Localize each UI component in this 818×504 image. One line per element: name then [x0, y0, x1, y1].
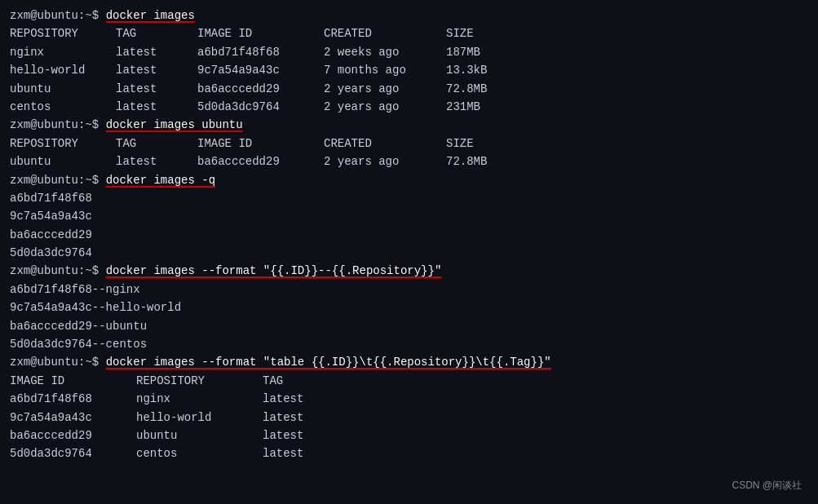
- prompt-5: zxm@ubuntu:~$: [10, 353, 106, 371]
- plain-output: 9c7a54a9a43c--hello-world: [10, 298, 808, 316]
- header-row-2: REPOSITORYTAGIMAGE IDCREATEDSIZE: [10, 135, 808, 153]
- cmd-5: docker images --format "table {{.ID}}\t{…: [106, 353, 551, 371]
- plain-output: a6bd71f48f68--nginx: [10, 281, 808, 298]
- col-size: SIZE: [446, 135, 474, 153]
- plain-output: 9c7a54a9a43c: [10, 207, 808, 225]
- command-line-5: zxm@ubuntu:~$ docker images --format "ta…: [10, 353, 808, 371]
- command-line-1: zxm@ubuntu:~$ docker images: [10, 7, 808, 24]
- command-line-4: zxm@ubuntu:~$ docker images --format "{{…: [10, 262, 808, 280]
- table-row: ubuntulatestba6acccedd292 years ago72.8M…: [10, 153, 808, 170]
- col-tag: TAG: [116, 24, 197, 42]
- prompt-1: zxm@ubuntu:~$: [10, 7, 106, 24]
- table-row: hello-worldlatest9c7a54a9a43c7 months ag…: [10, 61, 808, 79]
- plain-output: 5d0da3dc9764: [10, 244, 808, 262]
- plain-output: a6bd71f48f68: [10, 189, 808, 207]
- plain-output: 5d0da3dc9764--centos: [10, 335, 808, 353]
- table-row: 9c7a54a9a43chello-worldlatest: [10, 409, 808, 427]
- col-tag: TAG: [116, 135, 197, 153]
- command-line-3: zxm@ubuntu:~$ docker images -q: [10, 171, 808, 189]
- header-row-3: IMAGE IDREPOSITORYTAG: [10, 372, 808, 390]
- table-row: nginxlatesta6bd71f48f682 weeks ago187MB: [10, 43, 808, 61]
- cmd-3: docker images -q: [106, 171, 215, 189]
- col-repository: REPOSITORY: [10, 135, 116, 153]
- cmd-2: docker images ubuntu: [106, 116, 243, 134]
- col-created: CREATED: [324, 135, 446, 153]
- table-row: centoslatest5d0da3dc97642 years ago231MB: [10, 98, 808, 116]
- table-row: ubuntulatestba6acccedd292 years ago72.8M…: [10, 80, 808, 98]
- col-created: CREATED: [324, 24, 446, 42]
- col-image-id: IMAGE ID: [197, 24, 324, 42]
- col-image-id: IMAGE ID: [197, 135, 324, 153]
- prompt-4: zxm@ubuntu:~$: [10, 262, 106, 280]
- header-row-1: REPOSITORYTAGIMAGE IDCREATEDSIZE: [10, 24, 808, 42]
- cmd-1: docker images: [106, 7, 195, 24]
- prompt-3: zxm@ubuntu:~$: [10, 171, 106, 189]
- table-row: ba6acccedd29ubuntulatest: [10, 427, 808, 444]
- watermark: CSDN @闲谈社: [732, 479, 802, 493]
- plain-output: ba6acccedd29--ubuntu: [10, 317, 808, 335]
- col-size: SIZE: [446, 24, 474, 42]
- terminal: zxm@ubuntu:~$ docker images REPOSITORYTA…: [10, 7, 808, 497]
- table-row: 5d0da3dc9764centoslatest: [10, 444, 808, 462]
- prompt-2: zxm@ubuntu:~$: [10, 116, 106, 134]
- col-repository: REPOSITORY: [10, 24, 116, 42]
- cmd-4: docker images --format "{{.ID}}--{{.Repo…: [106, 262, 442, 280]
- plain-output: ba6acccedd29: [10, 226, 808, 244]
- command-line-2: zxm@ubuntu:~$ docker images ubuntu: [10, 116, 808, 134]
- table-row: a6bd71f48f68nginxlatest: [10, 390, 808, 408]
